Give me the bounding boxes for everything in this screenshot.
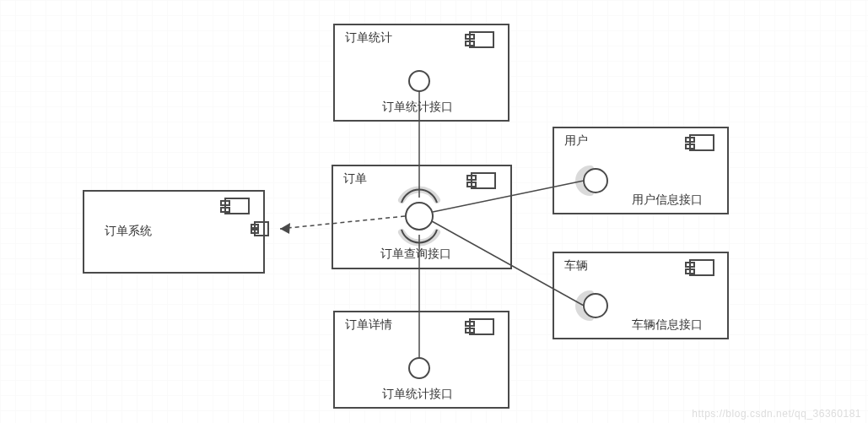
- component-order-stats: 订单统计 订单统计接口: [333, 24, 509, 122]
- component-order-system: 订单系统: [83, 190, 265, 274]
- user-interface-label: 用户信息接口: [632, 193, 703, 208]
- component-order-detail: 订单详情 订单统计接口: [333, 311, 509, 409]
- user-title: 用户: [564, 133, 588, 149]
- order-stats-interface-label: 订单统计接口: [382, 100, 453, 115]
- vehicle-title: 车辆: [564, 258, 588, 274]
- order-interface-label: 订单查询接口: [380, 247, 451, 262]
- diagram-canvas: 订单系统 订单统计 订单统计接口 订单 订单查询接口 订单详情 订单统计接口 用…: [0, 0, 868, 423]
- vehicle-interface-label: 车辆信息接口: [632, 317, 703, 333]
- component-order: 订单 订单查询接口: [332, 165, 512, 269]
- component-vehicle: 车辆 车辆信息接口: [553, 252, 729, 339]
- order-stats-title: 订单统计: [345, 30, 392, 46]
- order-detail-title: 订单详情: [345, 317, 392, 333]
- order-title: 订单: [343, 171, 367, 187]
- watermark: https://blog.csdn.net/qq_36360181: [692, 408, 861, 420]
- order-system-title: 订单系统: [105, 224, 152, 239]
- order-detail-interface-label: 订单统计接口: [382, 387, 453, 402]
- component-user: 用户 用户信息接口: [553, 127, 729, 214]
